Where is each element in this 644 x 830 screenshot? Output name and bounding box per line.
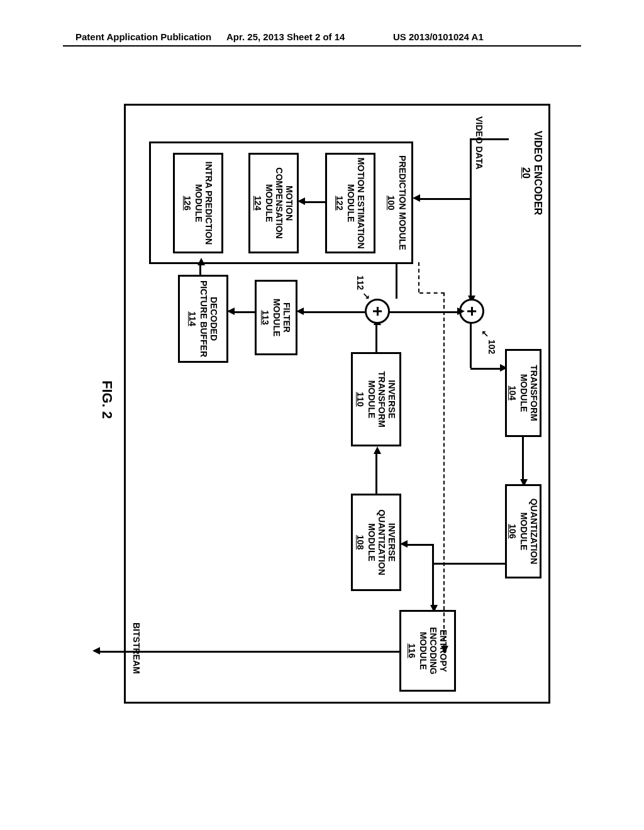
quantization-box: QUANTIZATION MODULE 106: [505, 484, 541, 578]
dpb-box: DECODED PICTURE BUFFER 114: [178, 275, 228, 363]
quant-to-entropy: [433, 563, 435, 607]
pred-to-s112-v: [389, 311, 397, 313]
quant-to-iq-h: [433, 544, 435, 564]
dpb-to-pred-arrow: [197, 258, 205, 265]
transform-box: TRANSFORM MODULE 104: [505, 349, 541, 437]
diagram-area: VIDEO ENCODER 20 VIDEO DATA + ↙ 102: [97, 104, 550, 707]
pred-to-s102-v: [397, 311, 459, 313]
transform-num: 104: [508, 385, 518, 400]
figure-caption: FIG. 2: [99, 380, 115, 419]
entropy-to-bitstream: [97, 651, 399, 653]
pred-to-s102-arrow: [457, 307, 465, 315]
iq-num: 108: [355, 535, 365, 550]
video-to-pred-arrow: [413, 194, 420, 202]
summer-112-num: 112: [355, 275, 365, 290]
it-to-s112: [376, 324, 378, 352]
trans-to-quant: [523, 437, 525, 481]
quantization-label: QUANTIZATION MODULE: [519, 489, 539, 574]
summer-102-lead: ↙: [480, 330, 491, 338]
dash-h1: [418, 262, 419, 292]
intra-pred-num: 126: [182, 196, 192, 210]
prediction-num: 100: [386, 196, 396, 210]
motion-est-label: MOTION ESTIMATION MODULE: [346, 157, 366, 249]
video-to-pred-line: [418, 198, 472, 200]
summer-112-lead: ↗: [362, 292, 372, 300]
encoder-title: VIDEO ENCODER 20: [520, 116, 544, 230]
s102-to-trans-v: [470, 368, 501, 370]
motion-est-box: MOTION ESTIMATION MODULE 122: [325, 153, 375, 253]
iq-label: INVERSE QUANTIZATION MODULE: [367, 498, 397, 587]
summer-112: +: [365, 299, 390, 324]
motion-comp-box: MOTION COMPENSATION MODULE 124: [248, 153, 299, 253]
summer-102-num: 102: [487, 340, 497, 354]
dash-v1: [419, 292, 445, 294]
entropy-num: 116: [407, 643, 417, 658]
s112-to-filter: [302, 311, 365, 313]
hdr-rule: [63, 45, 581, 47]
quantization-num: 106: [508, 524, 518, 538]
video-data-label: VIDEO DATA: [474, 116, 484, 169]
encoder-title-text: VIDEO ENCODER: [533, 131, 543, 215]
motion-est-num: 122: [335, 196, 345, 210]
iq-to-it: [376, 453, 378, 494]
transform-label: TRANSFORM MODULE: [519, 353, 539, 433]
filter-label: FILTER MODULE: [272, 284, 292, 351]
bitstream-arrow: [92, 647, 100, 655]
iq-box: INVERSE QUANTIZATION MODULE 108: [351, 494, 401, 591]
filter-num: 113: [260, 310, 270, 324]
hdr-date-sheet: Apr. 25, 2013 Sheet 2 of 14: [226, 31, 345, 42]
intra-pred-label: INTRA PREDICTION MODULE: [194, 157, 214, 249]
dash-h2: [443, 292, 445, 648]
intra-pred-box: INTRA PREDICTION MODULE 126: [173, 153, 223, 253]
iq-to-it-arrow: [374, 446, 381, 454]
est-to-comp: [303, 201, 325, 203]
dash-arrow-to-entropy: [441, 646, 448, 653]
quant-to-iq-v: [406, 544, 434, 546]
dpb-label: DECODED PICTURE BUFFER: [199, 279, 219, 358]
filter-to-dpb: [233, 311, 255, 313]
hdr-publication: Patent Application Publication: [75, 31, 211, 42]
s102-to-trans-h: [470, 324, 472, 368]
dpb-to-pred: [200, 264, 202, 275]
it-box: INVERSE TRANSFORM MODULE 110: [351, 352, 401, 446]
video-in-stub: [471, 138, 509, 140]
encoder-title-num: 20: [520, 167, 532, 179]
motion-comp-label: MOTION COMPENSATION MODULE: [264, 157, 294, 249]
it-num: 110: [355, 392, 365, 406]
motion-comp-num: 124: [253, 196, 263, 210]
filter-box: FILTER MODULE 113: [255, 280, 297, 355]
bitstream-label: BITSTREAM: [131, 622, 142, 674]
it-label: INVERSE TRANSFORM MODULE: [367, 357, 397, 442]
video-in-line: [470, 138, 472, 297]
pred-to-s112-h: [396, 262, 398, 299]
dpb-num: 114: [187, 311, 197, 326]
hdr-pubno: US 2013/0101024 A1: [393, 31, 484, 42]
prediction-label: PREDICTION MODULE: [397, 155, 408, 250]
